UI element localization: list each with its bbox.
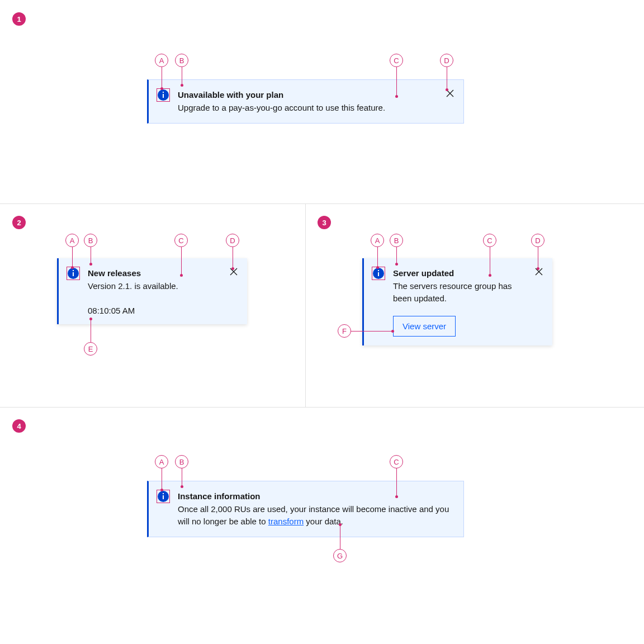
notification-message: Upgrade to a pay-as-you-go account to us… <box>178 102 439 114</box>
section-badge-3: 3 <box>318 216 331 229</box>
close-icon[interactable] <box>534 267 543 337</box>
notification-message: Once all 2,000 RUs are used, your instan… <box>178 503 454 528</box>
notification-message: Version 2.1. is available. <box>88 280 222 292</box>
notification-inline-instance: Instance information Once all 2,000 RUs … <box>147 481 464 537</box>
info-icon <box>158 89 169 101</box>
info-icon <box>373 268 384 279</box>
info-icon <box>158 491 169 502</box>
section-badge-4: 4 <box>12 419 26 433</box>
close-icon[interactable] <box>446 89 454 114</box>
annotation-A: A <box>155 54 168 67</box>
annotation-E: E <box>84 342 97 356</box>
annotation-C: C <box>483 234 496 247</box>
notification-inline-plan: Unavailable with your plan Upgrade to a … <box>147 79 464 124</box>
annotation-G: G <box>333 549 347 562</box>
notification-title: New releases <box>88 267 222 279</box>
section-badge-1: 1 <box>12 12 26 26</box>
annotation-A: A <box>371 234 384 247</box>
notification-title: Unavailable with your plan <box>178 89 439 101</box>
annotation-D: D <box>440 54 453 67</box>
annotation-F: F <box>338 324 351 338</box>
close-icon[interactable] <box>229 267 238 315</box>
annotation-D: D <box>531 234 544 247</box>
annotation-A: A <box>155 455 168 468</box>
annotation-B: B <box>84 234 97 247</box>
transform-link[interactable]: transform <box>268 517 304 526</box>
info-icon <box>68 268 79 279</box>
annotation-C: C <box>390 54 403 67</box>
notification-toast-releases: New releases Version 2.1. is available. … <box>57 258 247 324</box>
notification-title: Instance information <box>178 490 454 502</box>
annotation-C: C <box>390 455 403 468</box>
view-server-button[interactable]: View server <box>393 316 456 337</box>
annotation-B: B <box>175 54 188 67</box>
annotation-B: B <box>175 455 188 468</box>
notification-message: The servers resource group has been upda… <box>393 280 528 305</box>
annotation-D: D <box>226 234 239 247</box>
section-badge-2: 2 <box>12 216 26 229</box>
annotation-B: B <box>390 234 403 247</box>
annotation-A: A <box>65 234 79 247</box>
notification-timestamp: 08:10:05 AM <box>88 306 222 315</box>
notification-toast-server: Server updated The servers resource grou… <box>362 258 552 345</box>
annotation-C: C <box>174 234 188 247</box>
notification-title: Server updated <box>393 267 528 279</box>
